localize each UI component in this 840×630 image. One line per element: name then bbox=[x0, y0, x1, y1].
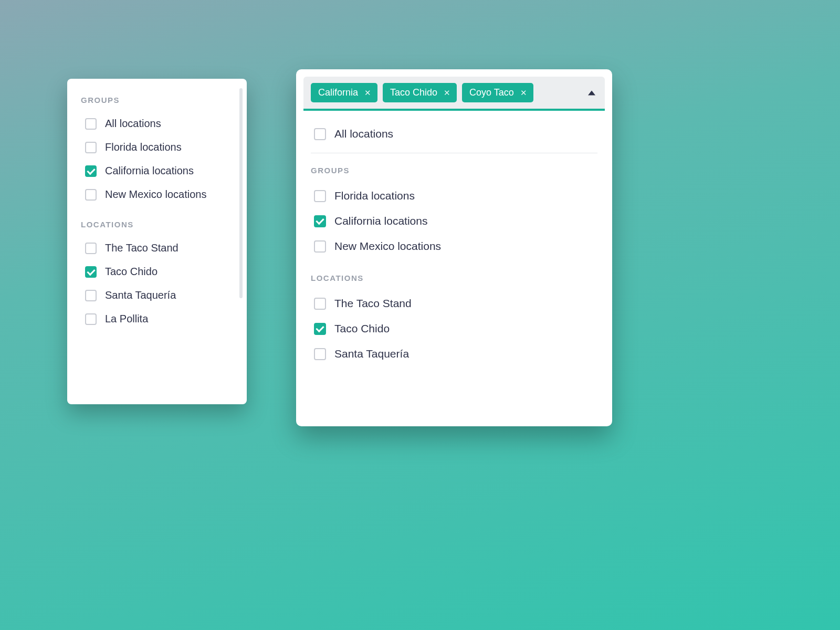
checkbox-icon[interactable] bbox=[85, 290, 97, 301]
option-label: California locations bbox=[105, 165, 194, 177]
option-label: All locations bbox=[334, 128, 393, 140]
chip-taco-chido[interactable]: Taco Chido ✕ bbox=[383, 83, 457, 102]
option-label: The Taco Stand bbox=[105, 242, 178, 254]
checkbox-icon[interactable] bbox=[314, 298, 326, 310]
checkbox-checked-icon[interactable] bbox=[85, 266, 97, 278]
section-heading-groups: GROUPS bbox=[311, 166, 597, 175]
section-heading-locations: LOCATIONS bbox=[81, 220, 238, 229]
option-label: All locations bbox=[105, 118, 161, 130]
location-option-taco-stand[interactable]: The Taco Stand bbox=[311, 291, 597, 316]
option-label: La Pollita bbox=[105, 313, 148, 325]
option-all-locations[interactable]: All locations bbox=[311, 121, 597, 146]
close-icon[interactable]: ✕ bbox=[363, 88, 372, 98]
checkbox-checked-icon[interactable] bbox=[314, 215, 326, 227]
checkbox-icon[interactable] bbox=[314, 128, 326, 140]
group-option-new-mexico[interactable]: New Mexico locations bbox=[311, 234, 597, 259]
filter-combobox-panel: California ✕ Taco Chido ✕ Coyo Taco ✕ Al… bbox=[296, 69, 612, 426]
option-label: Taco Chido bbox=[334, 322, 390, 335]
divider bbox=[311, 153, 597, 153]
option-label: Taco Chido bbox=[105, 266, 158, 278]
group-option-florida[interactable]: Florida locations bbox=[311, 183, 597, 208]
group-option-florida[interactable]: Florida locations bbox=[81, 135, 238, 159]
chevron-up-icon[interactable] bbox=[588, 90, 595, 95]
section-heading-locations: LOCATIONS bbox=[311, 274, 597, 282]
location-option-taco-chido[interactable]: Taco Chido bbox=[311, 316, 597, 341]
option-label: New Mexico locations bbox=[105, 188, 206, 201]
checkbox-icon[interactable] bbox=[85, 313, 97, 325]
option-label: Florida locations bbox=[334, 190, 415, 202]
filter-panel-compact: GROUPS All locations Florida locations C… bbox=[67, 79, 247, 404]
chip-label: Coyo Taco bbox=[469, 87, 514, 98]
group-option-california[interactable]: California locations bbox=[311, 208, 597, 234]
chip-coyo-taco[interactable]: Coyo Taco ✕ bbox=[462, 83, 533, 102]
location-option-santa-taqueria[interactable]: Santa Taquería bbox=[311, 341, 597, 366]
location-option-taco-stand[interactable]: The Taco Stand bbox=[81, 236, 238, 260]
checkbox-checked-icon[interactable] bbox=[85, 165, 97, 177]
option-label: Santa Taquería bbox=[334, 348, 409, 360]
chip-label: California bbox=[318, 87, 358, 98]
option-label: The Taco Stand bbox=[334, 297, 412, 310]
close-icon[interactable]: ✕ bbox=[443, 88, 452, 98]
option-label: New Mexico locations bbox=[334, 240, 441, 253]
group-option-california[interactable]: California locations bbox=[81, 159, 238, 183]
location-option-taco-chido[interactable]: Taco Chido bbox=[81, 260, 238, 284]
option-label: Florida locations bbox=[105, 141, 182, 153]
location-option-santa-taqueria[interactable]: Santa Taquería bbox=[81, 284, 238, 307]
option-label: Santa Taquería bbox=[105, 289, 176, 301]
group-option-new-mexico[interactable]: New Mexico locations bbox=[81, 183, 238, 206]
section-heading-groups: GROUPS bbox=[81, 96, 238, 104]
checkbox-icon[interactable] bbox=[314, 348, 326, 360]
option-label: California locations bbox=[334, 215, 427, 227]
chip-label: Taco Chido bbox=[390, 87, 437, 98]
checkbox-icon[interactable] bbox=[314, 190, 326, 202]
scrollbar[interactable] bbox=[239, 88, 243, 298]
checkbox-icon[interactable] bbox=[314, 240, 326, 253]
close-icon[interactable]: ✕ bbox=[519, 88, 528, 98]
checkbox-icon[interactable] bbox=[85, 189, 97, 201]
chip-california[interactable]: California ✕ bbox=[311, 83, 377, 102]
checkbox-checked-icon[interactable] bbox=[314, 323, 326, 335]
combobox-dropdown: All locations GROUPS Florida locations C… bbox=[296, 111, 612, 372]
combobox-input[interactable]: California ✕ Taco Chido ✕ Coyo Taco ✕ bbox=[303, 77, 605, 111]
location-option-la-pollita[interactable]: La Pollita bbox=[81, 307, 238, 331]
checkbox-icon[interactable] bbox=[85, 142, 97, 153]
checkbox-icon[interactable] bbox=[85, 118, 97, 130]
group-option-all-locations[interactable]: All locations bbox=[81, 112, 238, 135]
checkbox-icon[interactable] bbox=[85, 243, 97, 254]
